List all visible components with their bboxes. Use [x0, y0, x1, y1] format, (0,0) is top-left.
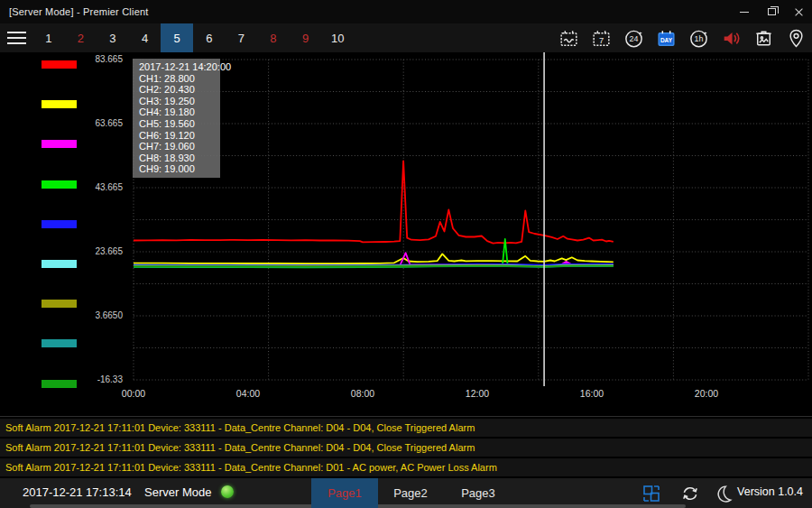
title-bar: [Server Mode] - Premier Client — [0, 0, 812, 23]
sync-icon[interactable] — [679, 483, 701, 504]
alarm-row[interactable]: Soft Alarm 2017-12-21 17:11:01 Device: 3… — [0, 458, 812, 476]
tab-9[interactable]: 9 — [290, 23, 322, 52]
y-tick-label: 3.6650 — [87, 310, 123, 320]
channel-color-swatch — [42, 300, 77, 308]
calendar-week-icon[interactable]: 7 — [585, 23, 617, 52]
status-bar: 2017-12-21 17:13:14 Server Mode V — [0, 478, 812, 508]
tab-strip: 12345678910 — [32, 23, 354, 52]
pages-layout-icon[interactable] — [641, 483, 662, 504]
tab-7[interactable]: 7 — [226, 23, 258, 52]
tab-4[interactable]: 4 — [129, 23, 161, 52]
version-label: Version 1.0.4 — [737, 485, 803, 498]
maximize-button[interactable] — [758, 0, 785, 23]
location-pin-icon[interactable] — [780, 23, 812, 52]
page-tab-page1[interactable]: Page1 — [311, 478, 378, 508]
minimize-button[interactable] — [731, 0, 758, 23]
delete-image-icon[interactable] — [747, 23, 780, 52]
page-tab-page2[interactable]: Page2 — [379, 478, 442, 508]
restore-icon — [768, 8, 776, 15]
tooltip-channel-value: CH2: 20.430 — [139, 84, 220, 96]
channel-sidebar — [0, 52, 126, 417]
hour-1-icon[interactable]: 1h — [682, 23, 715, 52]
x-tick-label: 04:00 — [236, 388, 260, 399]
channel-color-swatch — [42, 380, 77, 388]
x-tick-label: 16:00 — [580, 388, 604, 399]
app-window: [Server Mode] - Premier Client 123456789… — [0, 0, 812, 508]
y-tick-label: -16.33 — [87, 374, 123, 384]
chart-plot[interactable]: 83.66563.66543.66523.6653.6650-16.33 00:… — [126, 52, 812, 417]
close-button[interactable] — [785, 0, 812, 23]
alarm-row[interactable]: Soft Alarm 2017-12-21 17:11:01 Device: 3… — [0, 419, 812, 437]
channel-color-swatch — [42, 260, 77, 268]
svg-text:24: 24 — [629, 34, 638, 43]
y-tick-label: 23.665 — [87, 246, 123, 256]
minimize-icon — [740, 12, 749, 13]
y-tick-label: 63.665 — [87, 118, 123, 128]
tooltip-channel-value: CH3: 19.250 — [139, 96, 220, 107]
channel-color-swatch — [42, 140, 77, 148]
tab-10[interactable]: 10 — [321, 23, 354, 52]
channel-color-swatch — [42, 220, 77, 228]
svg-text:DAY: DAY — [660, 36, 672, 42]
tooltip-time: 2017-12-21 14:20:00 — [139, 61, 220, 73]
status-datetime: 2017-12-21 17:13:14 — [23, 485, 132, 499]
tab-5[interactable]: 5 — [161, 23, 193, 52]
tooltip-channel-value: CH4: 19.180 — [139, 106, 220, 118]
tooltip-channel-value: CH6: 19.120 — [139, 130, 220, 142]
tool-strip: 724DAY1h — [552, 23, 812, 52]
channel-item-8[interactable] — [0, 336, 126, 375]
window-title: [Server Mode] - Premier Client — [0, 6, 149, 17]
channel-color-swatch — [42, 60, 77, 69]
hamburger-icon — [7, 37, 26, 39]
channel-color-swatch — [42, 180, 77, 189]
tooltip-channel-value: CH5: 19.560 — [139, 118, 220, 130]
y-tick-label: 83.665 — [87, 54, 123, 64]
close-icon — [794, 7, 804, 17]
tooltip-channel-value: CH7: 19.060 — [139, 141, 220, 152]
channel-item-2[interactable] — [0, 97, 126, 136]
speaker-icon[interactable] — [715, 23, 747, 52]
status-led — [221, 485, 234, 498]
channel-color-swatch — [42, 100, 77, 108]
page-tab-page3[interactable]: Page3 — [447, 478, 510, 508]
channel-item-6[interactable] — [0, 256, 126, 296]
x-tick-label: 20:00 — [695, 388, 718, 399]
channel-color-swatch — [42, 339, 77, 347]
calendar-month-icon[interactable] — [552, 23, 585, 52]
tab-6[interactable]: 6 — [193, 23, 226, 52]
channel-item-3[interactable] — [0, 136, 126, 176]
tab-3[interactable]: 3 — [97, 23, 129, 52]
svg-text:7: 7 — [598, 35, 603, 44]
svg-text:1h: 1h — [694, 34, 703, 43]
calendar-day-icon[interactable]: DAY — [650, 23, 682, 52]
tooltip-channel-value: CH8: 18.930 — [139, 152, 220, 164]
menu-button[interactable] — [0, 23, 32, 52]
status-mode-label: Server Mode — [144, 485, 211, 499]
alarm-list: Soft Alarm 2017-12-21 17:11:01 Device: 3… — [0, 416, 812, 478]
cursor-tooltip: 2017-12-21 14:20:00CH1: 28.800CH2: 20.43… — [133, 59, 220, 178]
night-mode-icon[interactable] — [713, 483, 734, 504]
toolbar: 12345678910 724DAY1h — [0, 23, 812, 52]
tab-1[interactable]: 1 — [32, 23, 65, 52]
alarm-row[interactable]: Soft Alarm 2017-12-21 17:11:01 Device: 3… — [0, 439, 812, 457]
tooltip-channel-value: CH9: 19.000 — [139, 163, 220, 175]
x-tick-label: 12:00 — [466, 388, 489, 399]
x-tick-label: 08:00 — [351, 388, 374, 399]
tab-8[interactable]: 8 — [257, 23, 290, 52]
tab-2[interactable]: 2 — [65, 23, 97, 52]
tooltip-channel-value: CH1: 28.800 — [139, 73, 220, 85]
hours-24-icon[interactable]: 24 — [617, 23, 650, 52]
y-tick-label: 43.665 — [87, 182, 123, 192]
chart-canvas — [126, 52, 812, 417]
x-tick-label: 00:00 — [122, 388, 145, 399]
